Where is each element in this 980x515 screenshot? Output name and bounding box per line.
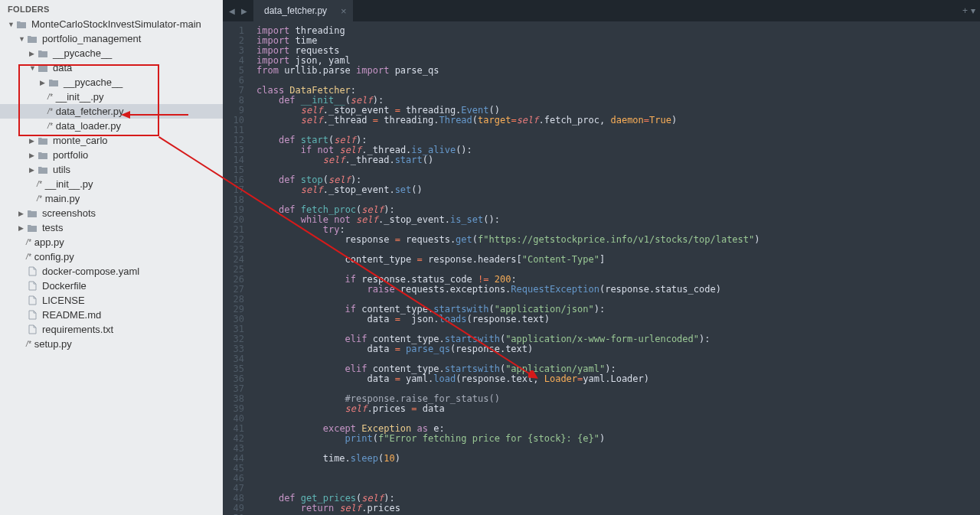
- disclosure-icon[interactable]: ▶: [29, 137, 37, 145]
- file-item[interactable]: /*__init__.py: [0, 90, 223, 104]
- code-line[interactable]: self._thread.start(): [256, 155, 980, 165]
- tree-item-label: data_fetcher.py: [56, 106, 124, 117]
- tree-item-label: tests: [42, 222, 63, 233]
- python-file-icon: /*: [47, 107, 53, 116]
- folder-item[interactable]: ▼data: [0, 60, 223, 75]
- svg-marker-2: [528, 370, 541, 383]
- folder-icon: [26, 223, 38, 233]
- python-file-icon: /*: [47, 93, 53, 101]
- new-tab-icon[interactable]: +: [962, 5, 968, 16]
- nav-forward-icon[interactable]: ▶: [238, 7, 250, 15]
- disclosure-icon[interactable]: ▶: [29, 50, 37, 57]
- nav-back-icon[interactable]: ◀: [226, 7, 238, 15]
- tree-item-label: MonteCarloStockInvestSimulator-main: [31, 18, 201, 30]
- file-icon: [26, 266, 38, 277]
- folder-icon: [37, 135, 49, 146]
- tree-item-label: __pycache__: [53, 47, 112, 59]
- file-item[interactable]: README.md: [0, 308, 223, 322]
- file-item[interactable]: docker-compose.yaml: [0, 264, 223, 279]
- file-item[interactable]: requirements.txt: [0, 322, 223, 337]
- folder-icon: [37, 165, 49, 175]
- code-line[interactable]: self.prices = data: [256, 404, 980, 414]
- code-line[interactable]: data = parse_qs(response.text): [256, 344, 980, 354]
- file-item[interactable]: /*app.py: [0, 235, 223, 249]
- code-content[interactable]: import threadingimport timeimport reques…: [252, 21, 980, 515]
- svg-marker-1: [121, 111, 130, 119]
- code-line[interactable]: import threading: [256, 26, 980, 36]
- folder-icon: [15, 19, 28, 30]
- tree-item-label: portfolio_management: [42, 33, 141, 44]
- code-line[interactable]: raise requests.exceptions.RequestExcepti…: [256, 285, 980, 295]
- tree-item-label: __init__.py: [56, 91, 104, 103]
- folder-icon: [47, 77, 60, 88]
- code-line[interactable]: return self.prices: [256, 504, 980, 513]
- editor-pane: ◀ ▶ data_fetcher.py × + ▾ 12345678910111…: [223, 0, 980, 515]
- file-item[interactable]: /*__init__.py: [0, 177, 223, 191]
- tree-item-label: data_loader.py: [56, 120, 121, 132]
- code-line[interactable]: response = requests.get(f"https://getsto…: [256, 235, 980, 245]
- file-item[interactable]: Dockerfile: [0, 279, 223, 293]
- code-line[interactable]: [256, 464, 980, 474]
- disclosure-icon[interactable]: ▶: [29, 152, 37, 159]
- tree-item-label: docker-compose.yaml: [42, 266, 139, 277]
- python-file-icon: /*: [37, 194, 42, 203]
- file-icon: [26, 295, 38, 306]
- code-line[interactable]: while not self._stop_event.is_set():: [256, 215, 980, 225]
- code-line[interactable]: import time: [256, 36, 980, 46]
- code-line[interactable]: data = json.loads(response.text): [256, 315, 980, 324]
- code-line[interactable]: [256, 76, 980, 86]
- tab-bar-right: + ▾: [962, 5, 980, 16]
- folder-item[interactable]: ▶__pycache__: [0, 75, 223, 90]
- python-file-icon: /*: [26, 340, 31, 348]
- tree-item-label: main.py: [45, 193, 80, 204]
- folder-item[interactable]: ▶__pycache__: [0, 46, 223, 60]
- tree-item-label: portfolio: [53, 149, 88, 161]
- tree-item-label: app.py: [34, 236, 64, 248]
- code-line[interactable]: [256, 474, 980, 484]
- python-file-icon: /*: [26, 238, 31, 246]
- python-file-icon: /*: [37, 180, 42, 188]
- tree-item-label: README.md: [42, 309, 101, 321]
- tree-item-label: setup.py: [34, 338, 72, 350]
- code-line[interactable]: from urllib.parse import parse_qs: [256, 66, 980, 76]
- code-editor[interactable]: 1234567891011121314151617181920212223242…: [223, 21, 980, 515]
- code-line[interactable]: print(f"Error fetching price for {stock}…: [256, 434, 980, 444]
- code-line[interactable]: import requests: [256, 46, 980, 56]
- disclosure-icon[interactable]: ▶: [18, 210, 26, 217]
- file-item[interactable]: LICENSE: [0, 293, 223, 308]
- file-icon: [26, 324, 38, 335]
- folder-item[interactable]: ▶monte_carlo: [0, 133, 223, 148]
- folder-item[interactable]: ▶tests: [0, 220, 223, 235]
- disclosure-icon[interactable]: ▼: [18, 35, 26, 43]
- code-line[interactable]: [256, 165, 980, 175]
- python-file-icon: /*: [47, 122, 53, 130]
- sidebar-title: FOLDERS: [0, 0, 223, 17]
- code-line[interactable]: time.sleep(10): [256, 454, 980, 464]
- disclosure-icon[interactable]: ▼: [29, 64, 37, 72]
- tab-close-icon[interactable]: ×: [341, 5, 347, 17]
- folder-item[interactable]: ▶screenshots: [0, 206, 223, 220]
- file-item[interactable]: /*config.py: [0, 249, 223, 264]
- disclosure-icon[interactable]: ▶: [29, 166, 37, 174]
- folder-item[interactable]: ▼portfolio_management: [0, 31, 223, 46]
- disclosure-icon[interactable]: ▶: [40, 79, 47, 86]
- disclosure-icon[interactable]: ▶: [18, 224, 26, 232]
- folder-item-root[interactable]: ▼MonteCarloStockInvestSimulator-main: [0, 17, 223, 31]
- code-line[interactable]: self._thread = threading.Thread(target=s…: [256, 116, 980, 125]
- file-item[interactable]: /*main.py: [0, 191, 223, 206]
- file-icon: [26, 310, 38, 321]
- file-item[interactable]: /*setup.py: [0, 337, 223, 351]
- folder-item[interactable]: ▶utils: [0, 162, 223, 177]
- tab-dropdown-icon[interactable]: ▾: [971, 5, 975, 16]
- folder-icon: [37, 150, 49, 161]
- tree-item-label: __pycache__: [64, 77, 122, 88]
- folder-icon: [26, 208, 38, 219]
- tree-item-label: __init__.py: [45, 178, 93, 190]
- code-line[interactable]: self._stop_event.set(): [256, 185, 980, 195]
- code-line[interactable]: content_type = response.headers["Content…: [256, 255, 980, 265]
- tab-active[interactable]: data_fetcher.py ×: [253, 0, 353, 21]
- tree-item-label: screenshots: [42, 207, 96, 219]
- disclosure-icon[interactable]: ▼: [8, 21, 15, 28]
- code-line[interactable]: data = yaml.load(response.text, Loader=y…: [256, 374, 980, 384]
- python-file-icon: /*: [26, 253, 31, 261]
